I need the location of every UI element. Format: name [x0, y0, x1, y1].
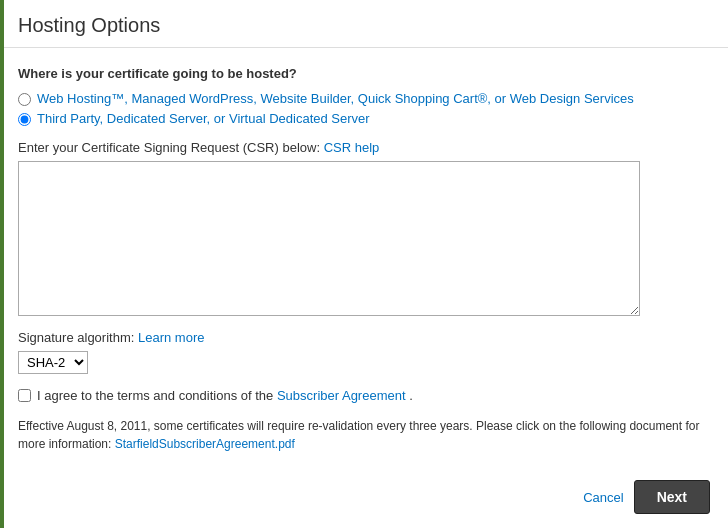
- radio-label-option2[interactable]: Third Party, Dedicated Server, or Virtua…: [37, 111, 370, 126]
- next-button[interactable]: Next: [634, 480, 710, 514]
- radio-option-2[interactable]: Third Party, Dedicated Server, or Virtua…: [18, 111, 710, 126]
- stafield-agreement-link[interactable]: StarfieldSubscriberAgreement.pdf: [115, 437, 295, 451]
- radio-label-option1[interactable]: Web Hosting™, Managed WordPress, Website…: [37, 91, 634, 106]
- left-accent: [0, 0, 4, 528]
- question-label: Where is your certificate going to be ho…: [18, 66, 710, 81]
- terms-label[interactable]: I agree to the terms and conditions of t…: [37, 388, 413, 403]
- radio-input-option2[interactable]: [18, 113, 31, 126]
- footer-buttons: Cancel Next: [583, 480, 710, 514]
- terms-period: .: [409, 388, 413, 403]
- signature-algorithm-section: Signature algorithm: Learn more SHA-2 SH…: [18, 330, 710, 374]
- terms-section: I agree to the terms and conditions of t…: [18, 388, 710, 403]
- page-title: Hosting Options: [18, 14, 710, 37]
- notice-text: Effective August 8, 2011, some certifica…: [18, 417, 708, 453]
- page-container: Hosting Options Where is your certificat…: [0, 0, 728, 528]
- signature-select[interactable]: SHA-2 SHA-1: [18, 351, 88, 374]
- terms-checkbox[interactable]: [18, 389, 31, 402]
- csr-textarea[interactable]: [18, 161, 640, 316]
- terms-label-text: I agree to the terms and conditions of t…: [37, 388, 273, 403]
- content-section: Where is your certificate going to be ho…: [0, 48, 728, 453]
- radio-input-option1[interactable]: [18, 93, 31, 106]
- subscriber-agreement-link[interactable]: Subscriber Agreement: [277, 388, 406, 403]
- learn-more-link[interactable]: Learn more: [138, 330, 204, 345]
- csr-help-link[interactable]: CSR help: [324, 140, 380, 155]
- csr-label: Enter your Certificate Signing Request (…: [18, 140, 710, 155]
- header-section: Hosting Options: [0, 0, 728, 48]
- signature-label-text: Signature algorithm:: [18, 330, 134, 345]
- signature-label: Signature algorithm: Learn more: [18, 330, 710, 345]
- radio-group: Web Hosting™, Managed WordPress, Website…: [18, 91, 710, 126]
- radio-option-1[interactable]: Web Hosting™, Managed WordPress, Website…: [18, 91, 710, 106]
- csr-label-text: Enter your Certificate Signing Request (…: [18, 140, 320, 155]
- cancel-button[interactable]: Cancel: [583, 490, 623, 505]
